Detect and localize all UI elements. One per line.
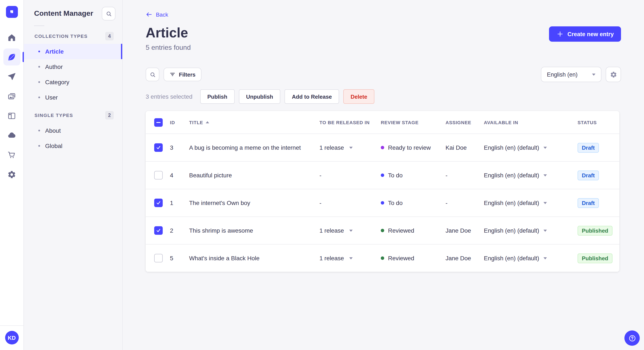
nav-marketplace[interactable] bbox=[3, 146, 20, 163]
view-settings-button[interactable] bbox=[606, 67, 621, 82]
row-checkbox[interactable] bbox=[154, 143, 163, 152]
unpublish-button[interactable]: Unpublish bbox=[239, 89, 280, 104]
locale-label: English (en) (default) bbox=[484, 255, 539, 262]
layout-builder-icon bbox=[7, 111, 16, 120]
bullet-icon bbox=[38, 81, 40, 83]
column-header-status[interactable]: STATUS bbox=[578, 120, 619, 125]
column-header-title[interactable]: TITLE bbox=[189, 120, 320, 125]
check-icon bbox=[156, 228, 161, 233]
nav-item-label: Category bbox=[45, 79, 70, 85]
stage-dot-icon bbox=[381, 229, 384, 232]
subnav-item-user[interactable]: User bbox=[24, 90, 122, 105]
subnav-item-global[interactable]: Global bbox=[24, 138, 122, 154]
cell-assignee: - bbox=[446, 172, 484, 178]
search-icon bbox=[106, 10, 112, 17]
locale-dropdown[interactable]: English (en) (default) bbox=[484, 144, 578, 151]
delete-button[interactable]: Delete bbox=[343, 89, 374, 104]
column-header-available-in[interactable]: AVAILABLE IN bbox=[484, 120, 578, 125]
user-avatar[interactable]: KD bbox=[5, 331, 18, 345]
check-icon bbox=[156, 145, 161, 150]
locale-dropdown[interactable]: English (en) (default) bbox=[484, 199, 578, 206]
release-dropdown[interactable]: 1 release bbox=[320, 255, 381, 262]
paper-plane-icon bbox=[7, 72, 16, 81]
subnav-item-about[interactable]: About bbox=[24, 123, 122, 138]
table-row[interactable]: 3 A bug is becoming a meme on the intern… bbox=[146, 134, 619, 161]
app-logo bbox=[6, 6, 18, 18]
publish-button[interactable]: Publish bbox=[200, 89, 234, 104]
subnav-item-category[interactable]: Category bbox=[24, 74, 122, 90]
locale-caret-icon bbox=[544, 202, 547, 204]
stage-label: To do bbox=[388, 172, 403, 178]
cell-review-stage: Reviewed bbox=[381, 255, 446, 262]
locale-caret-icon bbox=[544, 147, 547, 149]
release-dropdown: - bbox=[320, 172, 381, 178]
create-new-entry-button[interactable]: Create new entry bbox=[549, 26, 621, 42]
subnav-header: Content Manager bbox=[24, 0, 122, 25]
stage-dot-icon bbox=[381, 174, 384, 177]
column-header-to-be-released-in[interactable]: TO BE RELEASED IN bbox=[320, 120, 381, 125]
status-badge: Draft bbox=[578, 198, 599, 208]
chevron-down-icon bbox=[592, 73, 596, 75]
section-count-badge: 4 bbox=[105, 32, 114, 40]
column-header-review-stage[interactable]: REVIEW STAGE bbox=[381, 120, 446, 125]
locale-dropdown[interactable]: English (en) (default) bbox=[484, 227, 578, 234]
locale-dropdown[interactable]: English (en) (default) bbox=[484, 255, 578, 262]
table-row[interactable]: 2 This shrimp is awesome 1 release Revie… bbox=[146, 216, 619, 244]
subnav-search-button[interactable] bbox=[102, 7, 116, 20]
feather-pen-icon bbox=[7, 52, 16, 61]
bullet-icon bbox=[38, 130, 40, 131]
nav-home[interactable] bbox=[3, 29, 20, 46]
locale-label: English (en) (default) bbox=[484, 172, 539, 178]
list-search-button[interactable] bbox=[146, 68, 159, 81]
home-icon bbox=[7, 33, 16, 42]
table-row[interactable]: 5 What's inside a Black Hole 1 release R… bbox=[146, 244, 619, 272]
filters-label: Filters bbox=[179, 71, 196, 78]
nav-releases[interactable] bbox=[3, 68, 20, 85]
row-checkbox[interactable] bbox=[154, 199, 163, 207]
release-dropdown[interactable]: 1 release bbox=[320, 227, 381, 234]
table-row[interactable]: 4 Beautiful picture - To do - English (e… bbox=[146, 161, 619, 189]
column-header-assignee[interactable]: ASSIGNEE bbox=[446, 120, 484, 125]
row-checkbox[interactable] bbox=[154, 254, 163, 262]
cell-id: 2 bbox=[170, 227, 189, 234]
strapi-logo-icon bbox=[8, 8, 16, 16]
select-all-checkbox[interactable] bbox=[154, 118, 163, 127]
subnav-item-article[interactable]: Article bbox=[24, 44, 122, 59]
status-badge: Draft bbox=[578, 143, 599, 153]
bullet-icon bbox=[38, 145, 40, 147]
cell-review-stage: Ready to review bbox=[381, 144, 446, 151]
nav-content-manager[interactable] bbox=[3, 48, 20, 65]
cell-id: 3 bbox=[170, 144, 189, 151]
section-items: About Global bbox=[24, 123, 122, 154]
locale-dropdown[interactable]: English (en) (default) bbox=[484, 172, 578, 178]
filters-button[interactable]: Filters bbox=[164, 68, 202, 81]
nav-media-library[interactable] bbox=[3, 88, 20, 105]
table-row[interactable]: 1 The internet's Own boy - To do - Engli… bbox=[146, 189, 619, 216]
locale-caret-icon bbox=[544, 257, 547, 259]
create-new-entry-label: Create new entry bbox=[567, 31, 614, 37]
nav-item-label: Author bbox=[45, 63, 63, 70]
locale-select[interactable]: English (en) bbox=[541, 67, 602, 82]
arrow-left-icon bbox=[146, 11, 152, 18]
back-link[interactable]: Back bbox=[146, 11, 168, 18]
cell-assignee: Jane Doe bbox=[446, 227, 484, 234]
nav-content-type-builder[interactable] bbox=[3, 107, 20, 124]
section-count-badge: 2 bbox=[105, 111, 114, 120]
subnav-item-author[interactable]: Author bbox=[24, 59, 122, 74]
release-dropdown[interactable]: 1 release bbox=[320, 144, 381, 151]
add-to-release-button[interactable]: Add to Release bbox=[284, 89, 339, 104]
cell-title: A bug is becoming a meme on the internet bbox=[189, 144, 320, 151]
filter-icon bbox=[170, 71, 176, 77]
stage-label: Reviewed bbox=[388, 255, 414, 262]
nav-settings[interactable] bbox=[3, 166, 20, 183]
stage-label: Ready to review bbox=[388, 144, 431, 151]
status-badge: Draft bbox=[578, 170, 599, 180]
nav-deploy[interactable] bbox=[3, 127, 20, 144]
cell-title: Beautiful picture bbox=[189, 172, 320, 178]
page-title: Article bbox=[146, 25, 191, 41]
row-checkbox[interactable] bbox=[154, 171, 163, 179]
shopping-cart-icon bbox=[7, 150, 16, 159]
column-header-id[interactable]: ID bbox=[170, 120, 189, 125]
help-button[interactable] bbox=[624, 331, 640, 346]
row-checkbox[interactable] bbox=[154, 226, 163, 235]
